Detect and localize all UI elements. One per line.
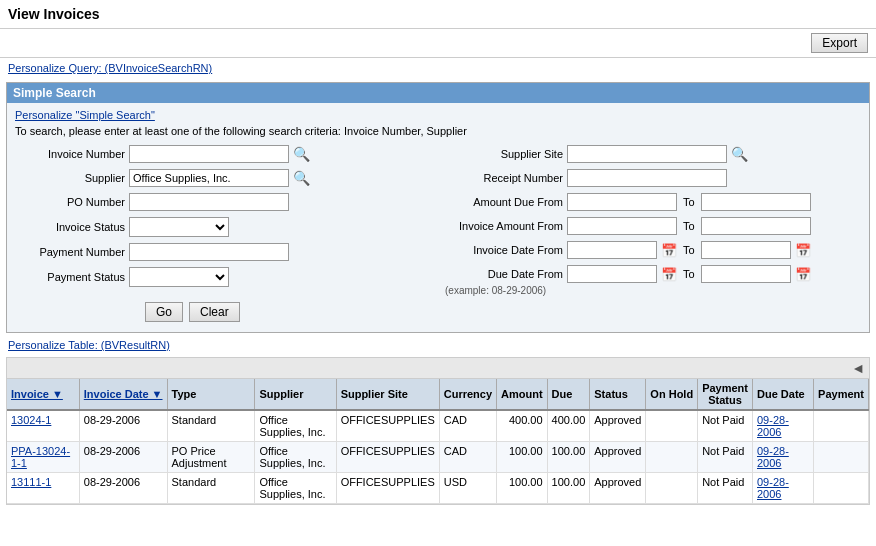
results-section: ◄ Invoice ▼ Invoice Date ▼ Type Supplier… <box>6 357 870 505</box>
due-date-from-label: Due Date From <box>443 268 563 280</box>
cell-payment <box>814 442 869 473</box>
cell-invoice-date: 08-29-2006 <box>79 473 167 504</box>
amount-due-to-label: To <box>683 196 695 208</box>
clear-button[interactable]: Clear <box>189 302 240 322</box>
cell-invoice: 13111-1 <box>7 473 79 504</box>
due-date-link[interactable]: 09-28-2006 <box>757 476 789 500</box>
col-due-date: Due Date <box>753 379 814 410</box>
payment-status-label: Payment Status <box>15 271 125 283</box>
invoice-date-from-input[interactable] <box>567 241 657 259</box>
cell-supplier: Office Supplies, Inc. <box>255 473 336 504</box>
invoice-date-to-label: To <box>683 244 695 256</box>
export-button[interactable]: Export <box>811 33 868 53</box>
col-on-hold: On Hold <box>646 379 698 410</box>
invoice-status-label: Invoice Status <box>15 221 125 233</box>
due-date-link[interactable]: 09-28-2006 <box>757 414 789 438</box>
supplier-label: Supplier <box>15 172 125 184</box>
cell-invoice-date: 08-29-2006 <box>79 442 167 473</box>
invoice-date-from-cal-icon[interactable]: 📅 <box>661 243 677 258</box>
invoice-amount-from-input[interactable] <box>567 217 677 235</box>
invoice-link[interactable]: PPA-13024-1-1 <box>11 445 70 469</box>
invoice-number-search-icon[interactable]: 🔍 <box>293 146 310 162</box>
supplier-input[interactable] <box>129 169 289 187</box>
payment-status-select[interactable] <box>129 267 229 287</box>
amount-due-to-input[interactable] <box>701 193 811 211</box>
payment-number-input[interactable] <box>129 243 289 261</box>
invoice-status-select[interactable] <box>129 217 229 237</box>
cell-amount: 400.00 <box>497 410 548 442</box>
cell-due-date: 09-28-2006 <box>753 410 814 442</box>
personalize-table-link[interactable]: Personalize Table: (BVResultRN) <box>0 337 876 353</box>
supplier-site-input[interactable] <box>567 145 727 163</box>
page-title: View Invoices <box>0 0 876 29</box>
invoice-date-to-cal-icon[interactable]: 📅 <box>795 243 811 258</box>
cell-payment-status: Not Paid <box>698 410 753 442</box>
cell-payment-status: Not Paid <box>698 442 753 473</box>
cell-payment <box>814 410 869 442</box>
go-button[interactable]: Go <box>145 302 183 322</box>
cell-invoice-date: 08-29-2006 <box>79 410 167 442</box>
col-due: Due <box>547 379 590 410</box>
cell-status: Approved <box>590 410 646 442</box>
cell-type: Standard <box>167 410 255 442</box>
invoice-link[interactable]: 13024-1 <box>11 414 51 426</box>
search-header: Simple Search <box>7 83 869 103</box>
invoice-number-input[interactable] <box>129 145 289 163</box>
due-date-to-cal-icon[interactable]: 📅 <box>795 267 811 282</box>
amount-due-from-input[interactable] <box>567 193 677 211</box>
cell-type: PO Price Adjustment <box>167 442 255 473</box>
table-row: PPA-13024-1-108-29-2006PO Price Adjustme… <box>7 442 869 473</box>
cell-on-hold <box>646 473 698 504</box>
table-row: 13024-108-29-2006StandardOffice Supplies… <box>7 410 869 442</box>
results-table: Invoice ▼ Invoice Date ▼ Type Supplier S… <box>7 379 869 504</box>
personalize-simple-search-link[interactable]: Personalize "Simple Search" <box>15 109 861 125</box>
cell-supplier-site: OFFICESUPPLIES <box>336 473 439 504</box>
col-amount: Amount <box>497 379 548 410</box>
cell-due: 400.00 <box>547 410 590 442</box>
due-date-link[interactable]: 09-28-2006 <box>757 445 789 469</box>
po-number-input[interactable] <box>129 193 289 211</box>
due-date-to-input[interactable] <box>701 265 791 283</box>
due-date-from-input[interactable] <box>567 265 657 283</box>
po-number-label: PO Number <box>15 196 125 208</box>
col-payment-status: PaymentStatus <box>698 379 753 410</box>
invoice-amount-to-label: To <box>683 220 695 232</box>
invoice-date-to-input[interactable] <box>701 241 791 259</box>
invoice-number-label: Invoice Number <box>15 148 125 160</box>
nav-prev-icon[interactable]: ◄ <box>851 360 865 376</box>
amount-due-from-label: Amount Due From <box>443 196 563 208</box>
cell-status: Approved <box>590 442 646 473</box>
cell-amount: 100.00 <box>497 473 548 504</box>
payment-number-label: Payment Number <box>15 246 125 258</box>
col-status: Status <box>590 379 646 410</box>
cell-on-hold <box>646 442 698 473</box>
cell-due-date: 09-28-2006 <box>753 473 814 504</box>
cell-supplier-site: OFFICESUPPLIES <box>336 442 439 473</box>
supplier-search-icon[interactable]: 🔍 <box>293 170 310 186</box>
col-invoice[interactable]: Invoice ▼ <box>7 379 79 410</box>
invoice-amount-to-input[interactable] <box>701 217 811 235</box>
cell-currency: CAD <box>439 442 496 473</box>
col-invoice-date[interactable]: Invoice Date ▼ <box>79 379 167 410</box>
personalize-query-link[interactable]: Personalize Query: (BVInvoiceSearchRN) <box>0 58 876 78</box>
due-date-from-cal-icon[interactable]: 📅 <box>661 267 677 282</box>
cell-payment <box>814 473 869 504</box>
table-row: 13111-108-29-2006StandardOffice Supplies… <box>7 473 869 504</box>
cell-due: 100.00 <box>547 442 590 473</box>
invoice-link[interactable]: 13111-1 <box>11 476 51 488</box>
cell-invoice: 13024-1 <box>7 410 79 442</box>
invoice-date-from-label: Invoice Date From <box>443 244 563 256</box>
receipt-number-input[interactable] <box>567 169 727 187</box>
cell-due-date: 09-28-2006 <box>753 442 814 473</box>
cell-invoice: PPA-13024-1-1 <box>7 442 79 473</box>
cell-payment-status: Not Paid <box>698 473 753 504</box>
cell-currency: CAD <box>439 410 496 442</box>
cell-amount: 100.00 <box>497 442 548 473</box>
cell-due: 100.00 <box>547 473 590 504</box>
cell-status: Approved <box>590 473 646 504</box>
col-supplier-site: Supplier Site <box>336 379 439 410</box>
cell-type: Standard <box>167 473 255 504</box>
date-example: (example: 08-29-2006) <box>443 285 861 296</box>
supplier-site-search-icon[interactable]: 🔍 <box>731 146 748 162</box>
cell-supplier-site: OFFICESUPPLIES <box>336 410 439 442</box>
